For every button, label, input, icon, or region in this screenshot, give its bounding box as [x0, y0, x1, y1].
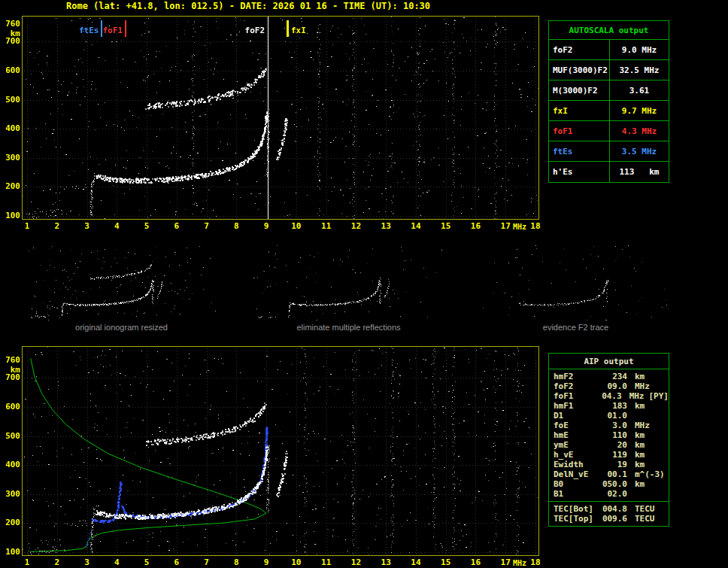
x-tick-label: 14 [411, 222, 420, 231]
x-tick-label: 10 [291, 558, 301, 567]
aip-row-extra: [PY] [649, 391, 669, 401]
autoscala-row-label: h'Es [549, 162, 610, 182]
y-tick-label: 100 [1, 548, 20, 557]
aip-row-TEC[Top]: TEC[Top]009.6TECU [549, 514, 669, 524]
autoscala-app-screen: { "title": "Rome (lat: +41.8, lon: 012.5… [0, 0, 728, 568]
aip-row-name: ymE [554, 440, 600, 450]
x-tick-label: 7 [204, 222, 209, 231]
autoscala-row-value: 32.5 MHz [610, 60, 669, 80]
autoscala-output-table: AUTOSCALA output foF29.0 MHzMUF(3000)F23… [548, 20, 669, 183]
x-tick-label: 8 [234, 222, 239, 231]
aip-row-name: h_vE [554, 450, 600, 460]
x-tick-label: 11 [321, 558, 331, 567]
x-tick-label: 9 [264, 558, 269, 567]
aip-row-value: 04.3 [596, 391, 621, 401]
y-tick-label: 300 [1, 490, 20, 499]
aip-row-unit: km [635, 440, 645, 450]
aip-row-name: B1 [554, 489, 600, 499]
aip-row-value: 183 [600, 401, 627, 411]
x-tick-label: 1 [25, 222, 30, 231]
x-tick-label: 5 [144, 222, 150, 231]
aip-row-foF1: foF104.3MHz[PY] [549, 391, 669, 401]
autoscala-row-label: foF1 [549, 121, 610, 141]
aip-row-B1: B102.0 [549, 489, 669, 499]
aip-row-unit: km [635, 460, 645, 469]
y-tick-label: 600 [1, 66, 20, 75]
aip-row-h_vE: h_vE119km [549, 450, 669, 460]
aip-row-hmF1: hmF1183km [549, 401, 669, 411]
top-ionogram-canvas [23, 17, 538, 219]
autoscala-row-label: MUF(3000)F2 [549, 60, 610, 80]
marker-label-foF2: foF2 [245, 26, 265, 35]
autoscala-row-label: foF2 [549, 40, 610, 59]
y-axis-unit-label: km [1, 366, 20, 375]
aip-row-unit: TECU [635, 514, 655, 524]
aip-row-ymE: ymE20km [549, 440, 669, 450]
marker-label-fxI: fxI [291, 26, 306, 35]
aip-row-hmE: hmE110km [549, 430, 669, 440]
x-axis-unit-label: MHz [513, 559, 526, 568]
aip-row-unit: MHz [635, 381, 650, 391]
aip-row-hmF2: hmF2234km [549, 372, 669, 381]
x-tick-label: 14 [411, 558, 420, 567]
aip-table-title: AIP output [549, 354, 669, 369]
x-tick-label: 15 [441, 558, 450, 567]
aip-row-value: 00.1 [600, 469, 627, 479]
aip-row-foF2: foF209.0MHz [549, 381, 669, 391]
autoscala-table-title: AUTOSCALA output [549, 21, 669, 40]
aip-row-unit: TECU [635, 504, 655, 514]
x-tick-label: 11 [321, 222, 331, 231]
top-ionogram-panel: ftEsfoF1foF2fxI [22, 16, 539, 220]
x-tick-label: 2 [54, 558, 59, 567]
aip-row-TEC[Bot]: TEC[Bot]004.8TECU [549, 504, 669, 514]
aip-row-value: 119 [600, 450, 627, 460]
x-tick-label: 16 [471, 222, 481, 231]
x-tick-label: 3 [84, 222, 89, 231]
autoscala-row-value: 9.0 MHz [610, 40, 669, 59]
aip-row-value: 09.0 [600, 381, 627, 391]
autoscala-row-ftEs: ftEs3.5 MHz [549, 141, 669, 162]
autoscala-row-value: 4.3 MHz [610, 121, 669, 141]
y-tick-label: 760 [1, 20, 20, 29]
y-tick-label: 500 [1, 432, 20, 441]
aip-row-name: hmF2 [554, 372, 600, 381]
aip-row-name: TEC[Bot] [554, 504, 600, 514]
y-tick-label: 760 [1, 356, 20, 365]
autoscala-row-value: 113 km [610, 162, 669, 182]
aip-row-value: 050.0 [600, 479, 627, 489]
autoscala-row-M(3000)F2: M(3000)F23.61 [549, 80, 669, 101]
aip-row-unit: MHz [629, 391, 645, 401]
marker-label-foF1: foF1 [103, 26, 123, 35]
thumbnail-eliminate-reflections-canvas [253, 245, 444, 320]
aip-row-unit: km [635, 372, 645, 381]
aip-row-value: 19 [600, 460, 627, 469]
aip-row-unit: km [635, 479, 645, 489]
marker-label-ftEs: ftEs [79, 26, 99, 35]
y-tick-label: 200 [1, 182, 20, 191]
aip-table-rows: hmF2234kmfoF209.0MHzfoF104.3MHz[PY]hmF11… [549, 369, 669, 499]
autoscala-row-value: 3.61 [610, 80, 669, 100]
aip-row-unit: MHz [635, 421, 650, 430]
x-tick-label: 9 [264, 222, 269, 231]
aip-row-unit: km [635, 430, 645, 440]
y-tick-label: 500 [1, 96, 20, 105]
y-tick-label: 400 [1, 124, 20, 133]
aip-row-name: hmE [554, 430, 600, 440]
aip-row-DelN_vE: DelN_vE00.1m^(-3) [549, 469, 669, 479]
autoscala-row-foF1: foF14.3 MHz [549, 121, 669, 141]
aip-row-unit: km [635, 450, 645, 460]
aip-row-B0: B0050.0km [549, 479, 669, 489]
x-axis-unit-label: MHz [513, 223, 526, 232]
autoscala-row-fxI: fxI9.7 MHz [549, 101, 669, 121]
x-tick-label: 18 [530, 558, 540, 567]
x-tick-label: 13 [381, 558, 391, 567]
x-tick-label: 17 [501, 222, 511, 231]
x-tick-label: 2 [54, 222, 59, 231]
x-tick-label: 17 [501, 558, 511, 567]
x-tick-label: 5 [144, 558, 150, 567]
autoscala-row-value: 3.5 MHz [610, 141, 669, 161]
thumbnail-caption-eliminate: eliminate multiple reflections [253, 323, 444, 332]
aip-row-name: TEC[Top] [554, 514, 600, 524]
x-tick-label: 7 [204, 558, 209, 567]
aip-row-value: 20 [600, 440, 627, 450]
